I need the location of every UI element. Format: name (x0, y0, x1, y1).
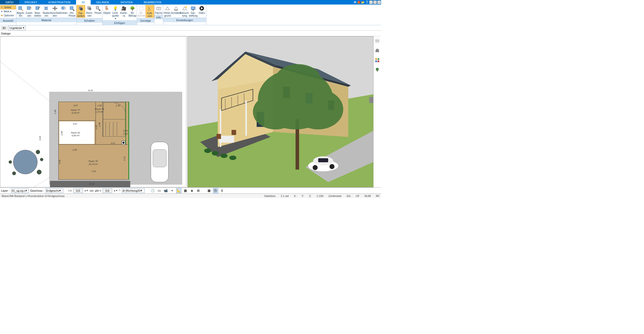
render-3d-view[interactable] (187, 36, 374, 187)
north-icon[interactable]: Ⓝ (213, 188, 218, 193)
svg-text:2.20: 2.20 (115, 104, 120, 107)
panel-handle[interactable] (369, 97, 373, 103)
3d-schnitt-button[interactable]: 3D-Schnitt (137, 5, 146, 17)
materials-icon[interactable] (375, 57, 380, 63)
right-toolbar (374, 36, 381, 187)
svg-rect-122 (375, 60, 377, 62)
length-label: l = (69, 189, 72, 192)
status-unit: Zentimeter (328, 194, 342, 197)
geschoss-combo[interactable]: Erdgescho▾ (46, 188, 63, 193)
phi-unit: ° (119, 189, 120, 192)
angle-snap-icon[interactable]: 📐 (176, 188, 181, 193)
schatten-einst-button[interactable]: Schatten (172, 5, 180, 14)
svg-point-33 (40, 158, 43, 161)
snap-icon[interactable]: ⌖ (170, 188, 175, 193)
plan-2d-view[interactable]: 8.10 9.00 8.10 3.67 Raum 77 6,44 m² 1.80… (0, 36, 186, 187)
menu-tab-datei[interactable]: DATEI (0, 0, 19, 5)
svg-point-35 (12, 172, 16, 175)
kollision-button[interactable]: Kolli-sion (146, 5, 154, 18)
minimize-button[interactable]: – (369, 1, 373, 4)
darstellen-button[interactable]: Dar-stellen (77, 5, 85, 18)
svg-marker-17 (174, 7, 178, 10)
optionen-button[interactable]: ✚Optionen (0, 13, 16, 17)
svg-rect-9 (89, 8, 91, 10)
svg-rect-123 (378, 60, 379, 62)
layer-combo[interactable]: 01_ug.eg.o▾ (11, 188, 29, 193)
hintergrund-button[interactable]: Hinter-grund (163, 5, 172, 17)
length-unit: cm (90, 189, 93, 192)
svg-point-105 (212, 151, 219, 155)
3d-bitmap-button[interactable]: 🌳3D-Bitmap (128, 5, 137, 17)
view-type-combo[interactable]: Urgelände▾ (8, 26, 26, 30)
plants-icon[interactable] (375, 67, 380, 73)
darstellung-button[interactable]: Dar-stellung (189, 5, 197, 17)
svg-text:6,44 m²: 6,44 m² (72, 112, 80, 114)
menu-tab-bearbeiten[interactable]: BEARBEITEN (138, 0, 167, 5)
svg-text:3.67: 3.67 (73, 104, 78, 107)
phi-input[interactable]: 0,0 (103, 188, 112, 193)
help-icon[interactable]: ❔ (365, 1, 369, 4)
pinsel-button[interactable]: Pinsel (94, 5, 102, 14)
beleuchtung-button[interactable]: Beleuch-tung (180, 5, 189, 17)
skalieren-button[interactable]: Skalie-ren (42, 5, 51, 17)
clock-icon[interactable]: 🕒 (150, 188, 155, 193)
svg-rect-11 (140, 7, 143, 10)
abgreifen-button[interactable]: Abgrei-fen (16, 5, 25, 17)
svg-text:Raum 79: Raum 79 (95, 108, 104, 110)
zuweisen-button[interactable]: Zuwei-sen (25, 5, 33, 17)
svg-rect-2 (36, 7, 39, 10)
svg-point-50 (122, 142, 124, 144)
layer-snap-icon[interactable]: ◈ (189, 188, 194, 193)
close-button[interactable]: × (377, 1, 381, 4)
camera-icon[interactable]: 📹 (163, 188, 168, 193)
svg-text:1.98: 1.98 (98, 122, 101, 127)
svg-point-112 (329, 164, 334, 169)
maximize-button[interactable]: □ (373, 1, 377, 4)
ortho-icon[interactable]: ⊞ (196, 188, 201, 193)
mark-button[interactable]: ✶Mark. ▾ (0, 9, 16, 13)
dl-combo[interactable]: dl (Richtung/Di▾ (122, 188, 145, 193)
menu-tab-gelaende[interactable]: GELÄNDE (91, 0, 115, 5)
bearbeiten-button[interactable]: Bear-beiten (33, 5, 42, 17)
package-icon[interactable]: 🎁 (357, 1, 361, 4)
grid-icon[interactable]: ▦ (207, 188, 212, 193)
svg-rect-103 (231, 130, 236, 135)
status-selektion: Selektion (264, 194, 276, 197)
video-button[interactable]: Video (197, 5, 206, 14)
objekt-button[interactable]: 🪑Objekt (103, 5, 111, 14)
verschieben-button[interactable]: Verschie-ben (51, 5, 59, 17)
svg-text:9.00: 9.00 (39, 136, 41, 140)
screen-icon[interactable]: ▭ (157, 188, 162, 193)
length-input[interactable]: 0,0 (73, 188, 83, 193)
ribbon-label-sonstige: Sonstige (137, 18, 154, 23)
furniture-icon[interactable] (375, 48, 380, 53)
menu-tab-sichten[interactable]: SICHTEN (115, 0, 138, 5)
hinpinsel-button[interactable]: Hin.Pinsel (68, 5, 76, 17)
svg-rect-118 (376, 50, 379, 52)
menu-tab-3d[interactable]: 3D (76, 0, 91, 5)
drehen-button[interactable]: Drehen (59, 5, 68, 14)
status-z: Z: (309, 194, 312, 197)
menu-tab-projekt[interactable]: PROJEKT (19, 0, 43, 5)
rechnen-button[interactable]: Rech-nen (85, 5, 94, 17)
svg-rect-125 (377, 71, 378, 72)
status-left: Wand AW-Bestand L=Konstruktion G=Erdgesc… (2, 194, 64, 197)
ribbon-label-schatten: Schatten (77, 18, 102, 23)
selekt-button[interactable]: ↖Selekt (0, 5, 16, 9)
bottom-toolbar: Layer : 01_ug.eg.o▾ Geschoss : Erdgescho… (0, 187, 381, 193)
grid-snap-icon[interactable]: ▦ (183, 188, 188, 193)
svg-text:0.93: 0.93 (123, 129, 127, 132)
layers-icon[interactable] (375, 38, 380, 44)
svg-text:1,72 m²: 1,72 m² (95, 111, 103, 113)
view-tag: 3D (1, 26, 7, 30)
info-icon[interactable]: ℹ (220, 188, 225, 193)
lichtquelle-button[interactable]: 💡Licht-quelle ▾ (111, 5, 120, 20)
ribbon-group-sonstige: 3D-Schnitt Kolli-sion Sonstige (137, 5, 154, 25)
menu-tab-konstruktion[interactable]: KONSTRUKTION (43, 0, 76, 5)
svg-rect-110 (318, 158, 328, 162)
svg-rect-102 (216, 134, 221, 139)
tools-icon[interactable]: 🛠 (353, 1, 357, 4)
flaeche-button[interactable]: ?Fläche (154, 5, 163, 14)
kamera-button[interactable]: 🎥Kame-ra (120, 5, 128, 17)
folder-icon[interactable]: 📂 (361, 1, 365, 4)
